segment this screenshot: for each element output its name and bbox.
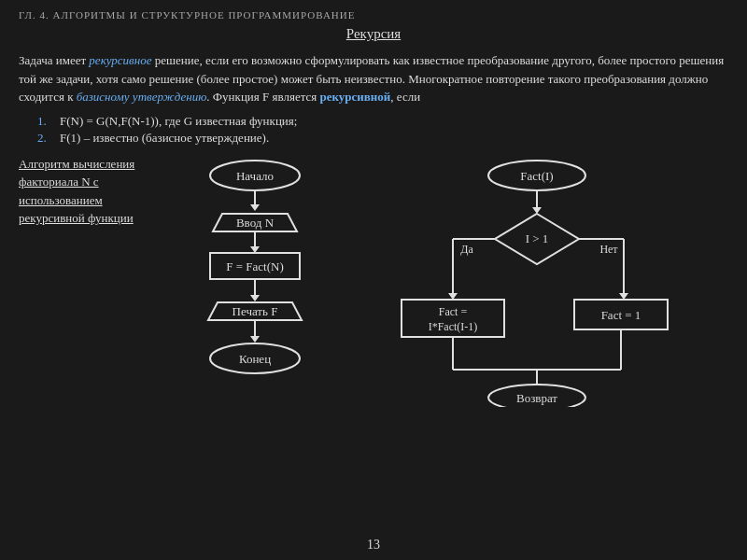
svg-text:Fact =: Fact = (439, 305, 468, 318)
svg-marker-28 (448, 293, 458, 300)
page-number: 13 (367, 538, 380, 553)
diagrams-section: Алгоритм вычисления факториала N с испол… (19, 155, 728, 407)
svg-text:Возврат: Возврат (516, 391, 557, 405)
list-num-2: 2. (37, 131, 52, 146)
svg-text:I*Fact(I-1): I*Fact(I-1) (429, 320, 478, 333)
svg-text:F = Fact(N): F = Fact(N) (226, 259, 284, 273)
list-item-1: 1. F(N) = G(N,F(N-1)), где G известная ф… (37, 114, 728, 129)
left-flow-svg: Начало Ввод N F = Fact(N) Печать F (171, 155, 339, 407)
text-part1: Задача имеет (19, 53, 89, 67)
text-part3: . Функция F является (206, 90, 319, 104)
recursive-bold: рекурсивной (320, 90, 391, 104)
svg-marker-34 (619, 293, 628, 300)
right-flow-svg: Fact(I) I > 1 Да Нет Fact = I*Fact(I-1) (374, 155, 700, 407)
page: Гл. 4. Алгоритмы и структурное программи… (0, 0, 747, 560)
base-statement-italic: базисному утверждению (77, 90, 207, 104)
svg-text:Печать F: Печать F (232, 304, 277, 318)
list-num-1: 1. (37, 114, 52, 129)
page-title: Рекурсия (19, 26, 728, 42)
svg-text:Нет: Нет (599, 243, 618, 256)
list-text-1: F(N) = G(N,F(N-1)), где G известная функ… (60, 114, 297, 129)
algorithm-label: Алгоритм вычисления факториала N с испол… (19, 155, 163, 407)
svg-text:Начало: Начало (235, 169, 273, 183)
svg-text:I > 1: I > 1 (526, 231, 549, 245)
svg-marker-3 (250, 204, 260, 211)
text-part4: , если (390, 90, 420, 104)
svg-marker-11 (250, 295, 260, 301)
svg-text:Да: Да (460, 243, 473, 256)
svg-marker-7 (250, 246, 260, 253)
right-flowchart: Fact(I) I > 1 Да Нет Fact = I*Fact(I-1) (345, 155, 728, 407)
list-item-2: 2. F(1) – известно (базисное утверждение… (37, 131, 728, 146)
left-flowchart: Начало Ввод N F = Fact(N) Печать F (163, 155, 345, 407)
main-paragraph: Задача имеет рекурсивное решение, если е… (19, 51, 728, 106)
svg-marker-15 (250, 336, 260, 343)
svg-text:Fact(I): Fact(I) (520, 169, 553, 183)
chapter-header: Гл. 4. Алгоритмы и структурное программи… (19, 9, 728, 21)
svg-text:Ввод N: Ввод N (235, 216, 274, 230)
recursive-italic: рекурсивное (89, 53, 151, 67)
svg-text:Fact = 1: Fact = 1 (601, 308, 641, 322)
list-text-2: F(1) – известно (базисное утверждение). (60, 131, 269, 146)
svg-text:Конец: Конец (238, 352, 270, 366)
